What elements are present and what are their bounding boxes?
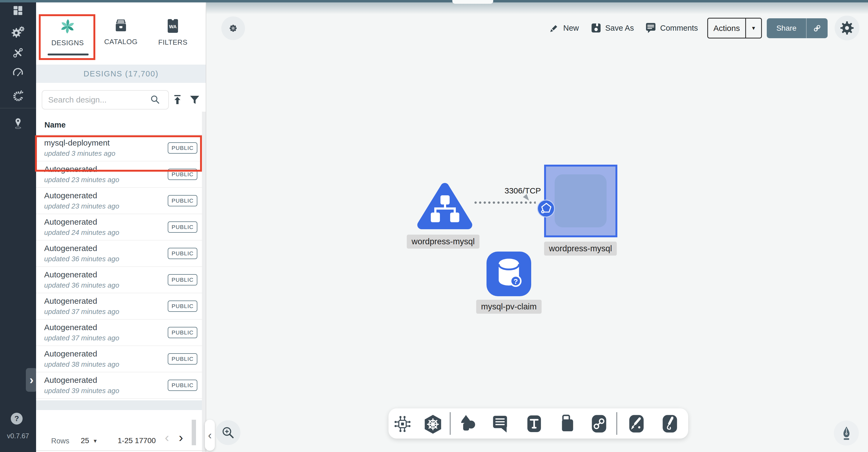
tab-catalog[interactable]: CATALOG <box>95 12 147 57</box>
design-list-item[interactable]: Autogenerated updated 37 minutes ago PUB… <box>36 293 202 320</box>
pvc-node-label[interactable]: mysql-pv-claim <box>476 300 542 314</box>
visibility-badge: PUBLIC <box>168 327 197 338</box>
design-name: Autogenerated <box>44 296 168 305</box>
actions-label: Actions <box>708 24 745 33</box>
column-header-name: Name <box>44 121 66 129</box>
service-shape-badge[interactable] <box>537 200 555 217</box>
actions-caret-icon[interactable]: ▼ <box>746 25 761 31</box>
design-pen-button[interactable] <box>834 421 859 446</box>
sidebar-item-configuration[interactable] <box>0 44 36 62</box>
extensions-icon <box>11 90 25 102</box>
import-upload-icon[interactable] <box>172 94 183 105</box>
dock-divider <box>617 412 617 435</box>
design-item-text: Autogenerated updated 23 minutes ago <box>44 191 168 211</box>
rows-per-page-label: Rows <box>51 437 69 445</box>
tab-catalog-label: CATALOG <box>104 38 137 46</box>
design-updated: updated 37 minutes ago <box>44 308 168 316</box>
kubernetes-tool-icon[interactable] <box>423 414 443 435</box>
rows-per-page-value[interactable]: 25 <box>81 437 89 445</box>
deployment-node[interactable] <box>417 180 472 231</box>
list-scrollbar-thumb[interactable] <box>192 420 196 445</box>
kanvas-app: › ? v0.7.67 DESIGNS <box>0 0 868 452</box>
design-updated: updated 23 minutes ago <box>44 202 168 211</box>
top-accent-bar <box>0 0 868 2</box>
sidebar-item-lifecycle[interactable] <box>0 23 36 41</box>
save-as-icon[interactable] <box>590 22 602 34</box>
rows-per-page-caret-icon[interactable]: ▾ <box>94 438 97 445</box>
pagination-next-icon[interactable]: › <box>179 430 183 445</box>
top-drawer-handle[interactable] <box>452 0 493 4</box>
link-tool-icon[interactable] <box>589 414 609 434</box>
visibility-badge: PUBLIC <box>168 248 197 259</box>
freehand-draw-tool-icon[interactable] <box>660 414 680 434</box>
sidebar-item-kanvas[interactable] <box>0 115 36 132</box>
design-name: Autogenerated <box>44 217 168 227</box>
service-node-selected[interactable] <box>544 165 617 237</box>
zoom-in-button[interactable] <box>216 420 241 445</box>
gears-icon <box>11 25 25 39</box>
panel-bottom-hairline <box>36 450 206 451</box>
design-item-text: Autogenerated updated 38 minutes ago <box>44 349 168 368</box>
rectangle-tool-icon[interactable] <box>558 414 578 434</box>
help-button[interactable]: ? <box>11 413 23 425</box>
design-item-text: Autogenerated updated 24 minutes ago <box>44 217 168 237</box>
comments-icon[interactable] <box>645 22 657 34</box>
design-list-item[interactable]: Autogenerated updated 39 minutes ago PUB… <box>36 373 202 399</box>
shapes-tool-icon[interactable] <box>459 414 479 434</box>
edge-deployment-service[interactable] <box>473 201 536 204</box>
version-label: v0.7.67 <box>0 432 36 440</box>
edge-draw-tool-icon[interactable] <box>626 414 646 434</box>
design-list-item[interactable]: Autogenerated updated 36 minutes ago PUB… <box>36 267 202 293</box>
design-list-item[interactable]: Autogenerated updated 24 minutes ago PUB… <box>36 214 202 240</box>
save-as-button[interactable]: Save As <box>605 24 634 33</box>
design-updated: updated 39 minutes ago <box>44 387 168 395</box>
panel-collapse-handle[interactable]: ‹ <box>205 420 215 451</box>
text-tool-icon[interactable] <box>524 414 544 434</box>
visibility-badge: PUBLIC <box>168 221 197 233</box>
actions-button[interactable]: Actions ▼ <box>707 18 762 38</box>
location-pin-icon <box>11 117 25 130</box>
pvc-node[interactable]: ? <box>487 252 531 296</box>
sidebar-divider <box>0 108 36 108</box>
sidebar-item-performance[interactable] <box>0 63 36 81</box>
filter-funnel-icon[interactable] <box>189 94 200 105</box>
mesh-settings-button[interactable] <box>221 17 245 40</box>
design-item-text: Autogenerated updated 37 minutes ago <box>44 296 168 316</box>
share-button[interactable]: Share <box>767 18 828 38</box>
wasm-filters-icon: WA <box>165 18 181 34</box>
chevron-left-icon: ‹ <box>208 429 212 442</box>
sidebar-expand-handle[interactable]: › <box>26 368 37 392</box>
list-scrollbar-track[interactable] <box>202 112 206 452</box>
design-name: Autogenerated <box>44 349 168 358</box>
design-list-item[interactable]: Autogenerated updated 23 minutes ago PUB… <box>36 188 202 214</box>
new-pencil-icon[interactable] <box>548 22 560 34</box>
new-button[interactable]: New <box>563 24 579 33</box>
share-label: Share <box>767 24 806 33</box>
design-canvas[interactable] <box>206 0 868 452</box>
wa-text: WA <box>169 24 177 29</box>
annotation-box-mysql-deployment-row <box>35 135 202 172</box>
design-list-item[interactable]: Autogenerated updated 37 minutes ago PUB… <box>36 320 202 346</box>
annotation-box-designs-tab <box>39 14 95 60</box>
deployment-node-label[interactable]: wordpress-mysql <box>407 235 479 249</box>
notes-tool-icon[interactable] <box>490 414 510 434</box>
component-chip-tool-icon[interactable] <box>392 414 413 434</box>
design-name: Autogenerated <box>44 323 168 332</box>
nav-sidebar: › ? v0.7.67 <box>0 0 36 452</box>
settings-button[interactable] <box>835 15 859 40</box>
design-list-item[interactable]: Autogenerated updated 38 minutes ago PUB… <box>36 346 202 373</box>
sidebar-item-dashboard[interactable] <box>0 2 36 20</box>
pagination-range: 1-25 17700 <box>118 437 156 445</box>
comments-button[interactable]: Comments <box>660 24 698 33</box>
dock-divider <box>450 412 451 435</box>
pagination-prev-icon[interactable]: ‹ <box>165 430 169 445</box>
sidebar-item-extensions[interactable] <box>0 87 36 105</box>
design-updated: updated 24 minutes ago <box>44 228 168 237</box>
design-updated: updated 36 minutes ago <box>44 281 168 290</box>
copy-link-icon[interactable] <box>811 23 823 34</box>
service-node-body <box>555 174 607 227</box>
tab-filters[interactable]: WA FILTERS <box>147 12 199 57</box>
database-cylinder-icon: ? <box>494 257 524 290</box>
service-node-label[interactable]: wordpress-mysql <box>544 241 617 256</box>
design-list-item[interactable]: Autogenerated updated 36 minutes ago PUB… <box>36 240 202 267</box>
